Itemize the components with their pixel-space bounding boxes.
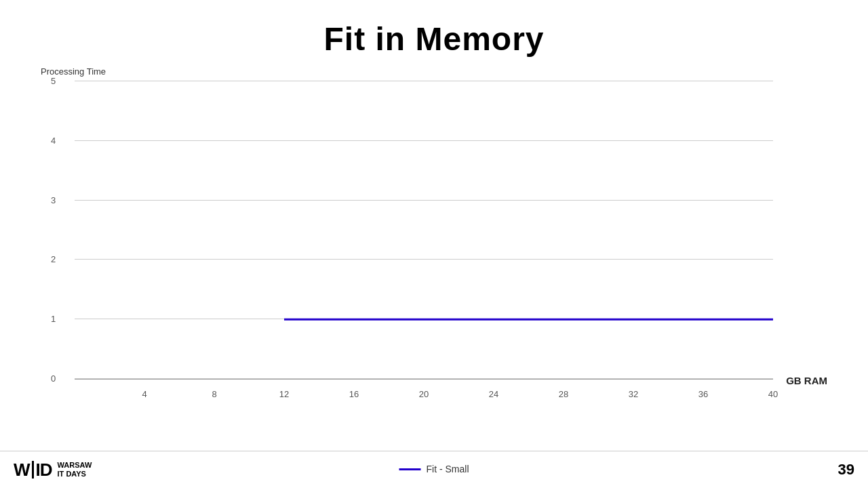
xtick-40: 40	[768, 389, 778, 399]
xtick-16: 16	[349, 389, 359, 399]
xtick-28: 28	[559, 389, 568, 399]
ytick-0: 0	[51, 373, 56, 384]
xtick-20: 20	[419, 389, 429, 399]
xtick-12: 12	[279, 389, 289, 399]
logo-wid: WID	[14, 460, 52, 481]
x-axis-unit: GB RAM	[786, 375, 827, 386]
ytick-3: 3	[51, 195, 56, 205]
logo-line1: WARSAW	[58, 461, 92, 470]
logo-line2: IT DAYS	[58, 470, 92, 479]
logo-area: WID WARSAW IT DAYS	[14, 460, 92, 481]
footer: WID WARSAW IT DAYS 39	[0, 451, 868, 488]
ytick-1: 1	[51, 314, 56, 324]
xtick-4: 4	[142, 389, 146, 399]
page-number: 39	[838, 461, 854, 479]
chart-area: 5 4 3 2 1 0 4 8 12 16 20 24 28 32 36 40	[75, 81, 773, 380]
page-title: Fit in Memory	[0, 0, 868, 58]
ytick-2: 2	[51, 254, 56, 264]
xtick-8: 8	[212, 389, 216, 399]
ytick-5: 5	[51, 76, 56, 86]
logo-text: WARSAW IT DAYS	[58, 461, 92, 479]
ytick-4: 4	[51, 135, 56, 145]
xtick-24: 24	[489, 389, 498, 399]
xtick-36: 36	[698, 389, 708, 399]
xtick-32: 32	[629, 389, 638, 399]
chart-svg	[75, 81, 773, 379]
chart-container: Processing Time 5 4 3 2 1 0 4 8 12 16 20	[41, 54, 827, 420]
